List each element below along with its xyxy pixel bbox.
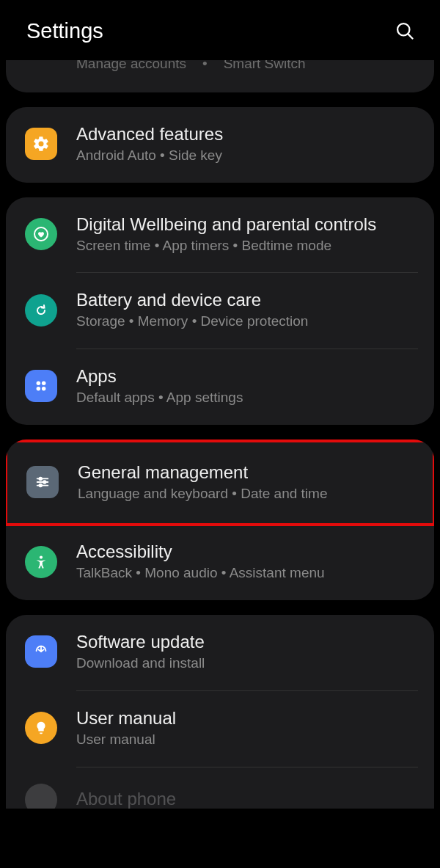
item-subtitle: Android Auto • Side key: [76, 147, 419, 165]
item-subtitle: Storage • Memory • Device protection: [76, 313, 419, 331]
item-subtitle: Download and install: [76, 654, 419, 673]
gear-icon: [25, 128, 57, 160]
svg-point-13: [40, 555, 43, 558]
item-subtitle: User manual: [76, 731, 419, 749]
settings-item-battery-device-care[interactable]: Battery and device care Storage • Memory…: [6, 273, 434, 349]
settings-item-apps[interactable]: Apps Default apps • App settings: [6, 349, 434, 425]
settings-card: Software update Download and install Use…: [6, 615, 434, 808]
page-title: Settings: [26, 19, 103, 43]
svg-point-10: [43, 481, 46, 484]
item-subtitle: Default apps • App settings: [76, 389, 419, 407]
grid-4-icon: [25, 370, 57, 402]
bulb-icon: [25, 712, 57, 744]
settings-item-advanced-features[interactable]: Advanced features Android Auto • Side ke…: [6, 107, 434, 183]
item-title: User manual: [76, 707, 419, 729]
partial-text-right: Smart Switch: [224, 60, 306, 72]
highlight-general-management: General management Language and keyboard…: [6, 440, 434, 527]
svg-point-4: [42, 382, 45, 386]
settings-item-digital-wellbeing[interactable]: Digital Wellbeing and parental controls …: [6, 197, 434, 273]
item-title: Accessibility: [76, 541, 419, 563]
person-icon: [25, 546, 57, 578]
svg-point-3: [37, 382, 41, 386]
settings-item-software-update[interactable]: Software update Download and install: [6, 615, 434, 690]
settings-card: Digital Wellbeing and parental controls …: [6, 197, 434, 425]
item-title: General management: [78, 462, 418, 484]
item-title: Apps: [76, 365, 419, 387]
info-icon: [25, 784, 57, 809]
settings-item-user-manual[interactable]: User manual User manual: [6, 691, 434, 767]
settings-item-about-phone[interactable]: About phone: [6, 767, 434, 809]
partial-text-left: Manage accounts: [76, 60, 186, 72]
partial-row[interactable]: Manage accounts • Smart Switch: [6, 60, 434, 88]
refresh-circle-icon: [25, 294, 57, 327]
item-subtitle: Screen time • App timers • Bedtime mode: [76, 237, 419, 255]
app-header: Settings: [0, 0, 440, 60]
item-title: Software update: [76, 631, 419, 653]
settings-item-general-management[interactable]: General management Language and keyboard…: [7, 442, 433, 524]
item-title: Battery and device care: [76, 289, 419, 311]
svg-point-5: [37, 387, 41, 391]
settings-card-partial: Manage accounts • Smart Switch: [6, 60, 434, 92]
search-button[interactable]: [390, 16, 419, 45]
item-subtitle: TalkBack • Mono audio • Assistant menu: [76, 564, 419, 583]
heart-circle-icon: [25, 218, 57, 250]
svg-point-6: [42, 387, 45, 391]
svg-line-1: [408, 34, 413, 39]
item-subtitle: Language and keyboard • Date and time: [78, 485, 418, 503]
svg-point-8: [39, 478, 42, 481]
update-icon: [25, 635, 57, 668]
item-title: Advanced features: [76, 123, 419, 145]
settings-item-accessibility[interactable]: Accessibility TalkBack • Mono audio • As…: [6, 530, 434, 600]
item-title: Digital Wellbeing and parental controls: [76, 214, 419, 236]
item-title: About phone: [76, 788, 419, 809]
sliders-icon: [26, 466, 59, 498]
settings-card: Advanced features Android Auto • Side ke…: [6, 107, 434, 183]
settings-scroll[interactable]: Manage accounts • Smart Switch Advanced …: [0, 60, 440, 809]
settings-card: General management Language and keyboard…: [6, 440, 434, 600]
search-icon: [395, 21, 415, 41]
svg-point-12: [39, 484, 42, 487]
